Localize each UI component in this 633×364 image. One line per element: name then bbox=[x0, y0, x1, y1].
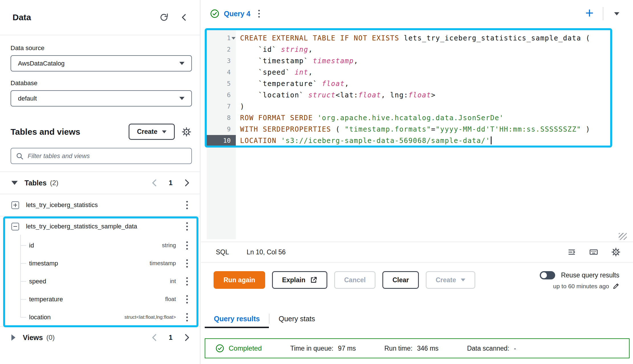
fold-caret-icon[interactable] bbox=[232, 37, 236, 40]
column-row[interactable]: id string bbox=[0, 236, 200, 254]
line-number[interactable]: 9 bbox=[207, 124, 236, 135]
chevron-left-icon bbox=[151, 179, 157, 187]
database-select[interactable]: default bbox=[11, 90, 192, 107]
code-token: , bbox=[354, 57, 358, 65]
tables-views-title: Tables and views bbox=[11, 127, 129, 137]
line-number[interactable]: 2 bbox=[207, 44, 236, 55]
prev-page-button[interactable] bbox=[151, 179, 157, 187]
create-dropdown-button[interactable]: Create bbox=[426, 271, 475, 289]
column-menu-button[interactable] bbox=[184, 295, 190, 304]
views-section-row[interactable]: Views (0) 1 bbox=[0, 327, 200, 348]
tab-list-dropdown-button[interactable] bbox=[608, 8, 626, 19]
column-menu-button[interactable] bbox=[184, 277, 190, 286]
clear-button[interactable]: Clear bbox=[382, 271, 419, 289]
create-button[interactable]: Create bbox=[129, 124, 175, 140]
editor-code[interactable]: CREATE EXTERNAL TABLE IF NOT EXISTS lets… bbox=[240, 32, 609, 146]
code-line[interactable]: `speed` int, bbox=[240, 67, 609, 78]
next-page-button[interactable] bbox=[184, 179, 190, 187]
prev-page-button[interactable] bbox=[151, 334, 157, 341]
chevron-right-icon bbox=[184, 334, 190, 341]
code-line[interactable]: `temperature` float, bbox=[240, 78, 609, 89]
code-line[interactable]: `location` struct<lat:float, lng:float> bbox=[240, 89, 609, 101]
table-row[interactable]: lets_try_iceberg_statistics_sample_data bbox=[0, 216, 200, 236]
collapse-panel-button[interactable] bbox=[180, 13, 188, 22]
column-row[interactable]: location struct<lat:float,lng:float> bbox=[0, 308, 200, 326]
code-line[interactable]: LOCATION 's3://iceberg-sample-data-56906… bbox=[240, 135, 609, 146]
tables-section-row[interactable]: Tables (2) 1 bbox=[0, 172, 200, 194]
table-row[interactable]: lets_try_iceberg_statistics bbox=[0, 194, 200, 216]
code-line[interactable]: WITH SERDEPROPERTIES ( "timestamp.format… bbox=[240, 124, 609, 135]
column-menu-button[interactable] bbox=[184, 241, 190, 250]
code-token: lets_try_iceberg_statistics_sample_data … bbox=[399, 34, 590, 42]
column-row[interactable]: speed int bbox=[0, 272, 200, 290]
code-token: `id` bbox=[240, 46, 281, 54]
reuse-results-toggle[interactable] bbox=[540, 271, 555, 279]
code-line[interactable]: `id` string, bbox=[240, 44, 609, 55]
search-icon bbox=[16, 152, 24, 160]
table-name: lets_try_iceberg_statistics_sample_data bbox=[26, 223, 137, 230]
query-status-bar: Completed Time in queue: 97 ms Run time:… bbox=[205, 338, 630, 358]
chevron-down-icon bbox=[614, 12, 619, 15]
query-tab-label: Query 4 bbox=[224, 10, 250, 18]
line-number[interactable]: 7 bbox=[207, 101, 236, 112]
collapse-table-icon[interactable] bbox=[11, 223, 19, 230]
run-again-button[interactable]: Run again bbox=[214, 271, 265, 289]
editor-resize-handle[interactable] bbox=[619, 233, 627, 240]
data-settings-button[interactable] bbox=[182, 127, 191, 137]
column-row[interactable]: temperature float bbox=[0, 290, 200, 308]
editor-settings-button[interactable] bbox=[611, 248, 620, 257]
tab-query-stats[interactable]: Query stats bbox=[269, 309, 324, 328]
refresh-button[interactable] bbox=[159, 13, 169, 22]
code-line[interactable]: `timestamp` timestamp, bbox=[240, 55, 609, 67]
filter-tables-input[interactable] bbox=[27, 152, 187, 160]
format-query-button[interactable] bbox=[567, 248, 576, 256]
line-number[interactable]: 4 bbox=[207, 67, 236, 78]
edit-reuse-duration-button[interactable] bbox=[612, 283, 619, 290]
code-token: ) bbox=[581, 125, 590, 133]
column-type: struct<lat:float,lng:float> bbox=[125, 314, 176, 320]
code-token: ( bbox=[331, 125, 345, 133]
line-number[interactable]: 5 bbox=[207, 78, 236, 89]
table-menu-button[interactable] bbox=[184, 222, 190, 231]
stat-data-scanned: Data scanned: - bbox=[467, 345, 516, 352]
cancel-button[interactable]: Cancel bbox=[334, 271, 376, 289]
line-number[interactable]: 8 bbox=[207, 112, 236, 124]
line-number[interactable]: 6 bbox=[207, 89, 236, 101]
tree-tick bbox=[21, 317, 26, 318]
code-line[interactable]: ROW FORMAT SERDE 'org.apache.hive.hcatal… bbox=[240, 112, 609, 124]
data-panel: Data Data source AwsDataCatalog bbox=[0, 0, 200, 364]
code-line[interactable]: CREATE EXTERNAL TABLE IF NOT EXISTS lets… bbox=[240, 32, 609, 44]
table-name: lets_try_iceberg_statistics bbox=[26, 201, 98, 209]
code-token: struct bbox=[308, 91, 336, 99]
code-token: 'org.apache.hive.hcatalog.data.JsonSerDe… bbox=[317, 114, 504, 122]
external-link-icon bbox=[310, 276, 317, 284]
next-page-button[interactable] bbox=[184, 334, 190, 341]
line-number[interactable]: 3 bbox=[207, 55, 236, 67]
editor-statusbar: SQL Ln 10, Col 56 bbox=[201, 242, 633, 263]
keyboard-shortcuts-button[interactable] bbox=[589, 248, 598, 257]
reuse-results-label: Reuse query results bbox=[561, 271, 619, 279]
table-menu-button[interactable] bbox=[184, 201, 190, 210]
line-number[interactable]: 10 bbox=[207, 135, 236, 146]
text-cursor bbox=[491, 136, 492, 144]
explain-button[interactable]: Explain bbox=[272, 271, 327, 289]
new-query-tab-button[interactable]: + bbox=[577, 6, 602, 22]
code-line[interactable]: ) bbox=[240, 101, 609, 112]
code-token: float bbox=[322, 80, 345, 88]
views-section-label: Views bbox=[23, 334, 43, 342]
column-menu-button[interactable] bbox=[184, 313, 190, 322]
column-menu-button[interactable] bbox=[184, 259, 190, 268]
chevron-down-icon bbox=[461, 279, 465, 281]
filter-tables-field bbox=[11, 148, 192, 164]
data-panel-header: Data bbox=[0, 0, 200, 35]
query-tab-menu-button[interactable] bbox=[256, 9, 262, 18]
column-row[interactable]: timestamp timestamp bbox=[0, 254, 200, 272]
tab-query-results[interactable]: Query results bbox=[205, 309, 269, 328]
column-name: id bbox=[29, 242, 34, 249]
check-circle-icon bbox=[216, 344, 224, 353]
line-number[interactable]: 1 bbox=[207, 32, 236, 44]
expand-table-icon[interactable] bbox=[11, 201, 19, 209]
sql-editor[interactable]: 12345678910 CREATE EXTERNAL TABLE IF NOT… bbox=[201, 27, 633, 242]
tab-query-4[interactable]: Query 4 bbox=[210, 9, 262, 18]
data-source-select[interactable]: AwsDataCatalog bbox=[11, 55, 192, 71]
